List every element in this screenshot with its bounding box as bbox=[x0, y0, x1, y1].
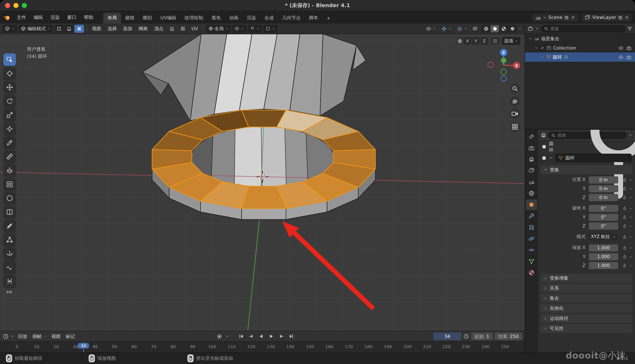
animate-dot-icon[interactable] bbox=[629, 215, 632, 219]
section-实例化[interactable]: 实例化 bbox=[540, 304, 632, 313]
shading-solid-button[interactable] bbox=[490, 25, 499, 32]
camera-visibility-icon[interactable] bbox=[626, 45, 632, 50]
tool-select-box-button[interactable] bbox=[3, 53, 16, 66]
close-icon[interactable] bbox=[624, 15, 629, 20]
disclosure-icon[interactable] bbox=[540, 55, 544, 59]
timeline-menu-回放[interactable]: 回放 bbox=[16, 332, 30, 340]
properties-tab-constraints[interactable] bbox=[526, 245, 537, 255]
snap-dropdown[interactable] bbox=[248, 24, 262, 32]
edge-select-button[interactable] bbox=[64, 24, 74, 32]
properties-tab-data[interactable] bbox=[526, 256, 537, 266]
shading-wireframe-button[interactable] bbox=[482, 25, 490, 32]
animate-dot-icon[interactable] bbox=[629, 224, 632, 228]
tool-cursor-button[interactable] bbox=[3, 67, 16, 80]
frame-start-field[interactable]: 起始 1 bbox=[471, 332, 493, 340]
animate-dot-icon[interactable] bbox=[629, 235, 632, 239]
viewport-canvas[interactable]: ZX bbox=[0, 34, 524, 331]
properties-tab-material[interactable] bbox=[526, 268, 537, 278]
transform-value-field[interactable]: 0 m bbox=[589, 185, 618, 192]
properties-tab-object[interactable] bbox=[526, 200, 537, 210]
viewport-menu-顶点[interactable]: 顶点 bbox=[152, 24, 166, 32]
blender-logo-icon[interactable] bbox=[3, 14, 11, 21]
section-变换增量[interactable]: 变换增量 bbox=[540, 274, 632, 282]
toolbar-expand-handle[interactable]: ▶▶ bbox=[3, 289, 16, 295]
collection-checkbox[interactable]: ✓ bbox=[540, 46, 545, 50]
properties-editor-icon[interactable] bbox=[540, 132, 546, 138]
lock-icon[interactable] bbox=[622, 246, 627, 250]
transform-value-field[interactable]: 1.000 bbox=[589, 244, 618, 251]
menu-编辑[interactable]: 编辑 bbox=[30, 13, 46, 22]
snap-to-grid-button[interactable] bbox=[491, 37, 499, 44]
menu-文件[interactable]: 文件 bbox=[13, 13, 30, 22]
eye-icon[interactable] bbox=[618, 54, 624, 60]
mirror-y-toggle[interactable]: Y bbox=[472, 37, 480, 44]
workspace-tab-纹理绘制[interactable]: 纹理绘制 bbox=[180, 12, 207, 24]
mirror-x-toggle[interactable]: X bbox=[464, 37, 471, 44]
minimize-window-button[interactable] bbox=[14, 3, 18, 8]
workspace-tab-UV编辑[interactable]: UV编辑 bbox=[156, 12, 180, 24]
properties-tab-view-layer[interactable] bbox=[526, 166, 537, 176]
clock-icon[interactable] bbox=[463, 333, 469, 339]
jump-to-end-button[interactable] bbox=[287, 332, 296, 340]
breadcrumb-object[interactable]: 圆环 bbox=[549, 140, 554, 153]
mirror-z-toggle[interactable]: Z bbox=[480, 37, 488, 44]
viewport-menu-面[interactable]: 面 bbox=[178, 24, 188, 32]
auto-keying-icon[interactable] bbox=[216, 333, 223, 340]
disclosure-icon[interactable] bbox=[534, 46, 538, 50]
proportional-edit-dropdown[interactable] bbox=[263, 24, 278, 32]
viewport-menu-添加[interactable]: 添加 bbox=[120, 24, 135, 32]
play-button[interactable] bbox=[267, 332, 276, 340]
viewport-menu-视图[interactable]: 视图 bbox=[90, 24, 104, 32]
lock-icon[interactable] bbox=[622, 224, 627, 228]
section-可见性[interactable]: 可见性 bbox=[540, 324, 632, 333]
editor-type-button[interactable] bbox=[2, 24, 17, 32]
camera-visibility-icon[interactable] bbox=[626, 54, 632, 60]
xray-toggle[interactable] bbox=[470, 24, 480, 32]
tool-options-dropdown[interactable]: 选项 bbox=[502, 37, 520, 45]
section-关系[interactable]: 关系 bbox=[540, 284, 632, 293]
outliner-row[interactable]: 场景集合 bbox=[525, 34, 635, 43]
object-name-field[interactable]: 圆环 bbox=[555, 154, 632, 162]
menu-渲染[interactable]: 渲染 bbox=[46, 13, 64, 22]
rotation-mode-dropdown[interactable]: XYZ 欧拉 bbox=[589, 233, 618, 240]
animate-dot-icon[interactable] bbox=[629, 186, 632, 190]
transform-panel-header[interactable]: 变换 bbox=[540, 165, 632, 174]
workspace-tab-建模[interactable]: 建模 bbox=[121, 12, 138, 24]
workspace-tab-布局[interactable]: 布局 bbox=[103, 12, 121, 24]
properties-tab-world[interactable] bbox=[526, 188, 537, 198]
previous-keyframe-button[interactable] bbox=[246, 332, 256, 340]
tool-measure-button[interactable] bbox=[3, 150, 16, 163]
timeline-menu-插帧[interactable]: 插帧 bbox=[30, 332, 49, 340]
outliner-search-input[interactable] bbox=[550, 26, 622, 31]
new-viewlayer-icon[interactable] bbox=[618, 15, 623, 20]
frame-end-field[interactable]: 结束 250 bbox=[495, 332, 522, 340]
outliner-search[interactable] bbox=[541, 25, 625, 32]
close-window-button[interactable] bbox=[5, 3, 10, 8]
new-scene-icon[interactable] bbox=[564, 15, 569, 20]
timeline-ruler[interactable]: 0102030405060708090100110120130140150160… bbox=[0, 341, 524, 352]
next-keyframe-button[interactable] bbox=[277, 332, 286, 340]
overlays-toggle[interactable] bbox=[455, 24, 470, 32]
transform-value-field[interactable]: 1.000 bbox=[589, 262, 618, 269]
viewport-menu-网格[interactable]: 网格 bbox=[136, 24, 150, 32]
tool-bevel-button[interactable] bbox=[3, 192, 16, 204]
section-集合[interactable]: 集合 bbox=[540, 294, 632, 303]
lock-icon[interactable] bbox=[622, 206, 627, 210]
transform-value-field[interactable]: 0° bbox=[589, 222, 618, 230]
timeline-menu-视图[interactable]: 视图 bbox=[49, 332, 63, 340]
viewport-3d[interactable]: ZX 用户透视 (34) 圆环 ▶▶ XYZ选项 bbox=[0, 34, 524, 331]
tool-knife-button[interactable] bbox=[3, 220, 16, 232]
lock-icon[interactable] bbox=[622, 215, 627, 219]
properties-tab-physics[interactable] bbox=[526, 234, 537, 244]
outliner-editor-icon[interactable] bbox=[528, 26, 533, 32]
animate-dot-icon[interactable] bbox=[629, 196, 632, 199]
transform-value-field[interactable]: 0 m bbox=[589, 176, 618, 183]
tool-transform-button[interactable] bbox=[3, 122, 16, 135]
lock-icon[interactable] bbox=[622, 254, 627, 259]
lock-icon[interactable] bbox=[622, 195, 627, 200]
viewport-menu-选择[interactable]: 选择 bbox=[105, 24, 119, 32]
visibility-dropdown[interactable] bbox=[424, 24, 438, 32]
properties-tab-modifiers[interactable] bbox=[526, 211, 537, 221]
jump-to-start-button[interactable] bbox=[236, 332, 246, 340]
workspace-tab-动画[interactable]: 动画 bbox=[225, 12, 242, 24]
